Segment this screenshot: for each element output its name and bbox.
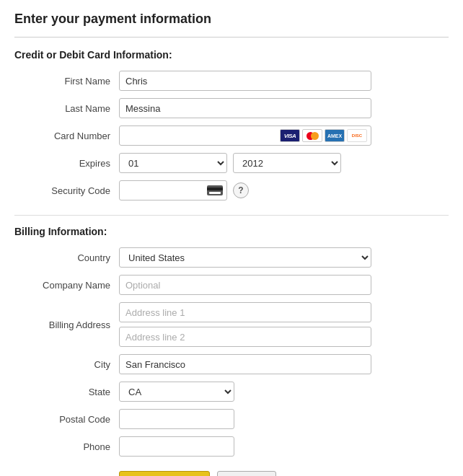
card-icons: VISA AMEX DISC [280,129,367,142]
mastercard-icon [302,129,322,142]
state-select[interactable]: ALAKAZAR CACOCTDE FLGAHIID ILINIAKS KYLA… [119,382,234,402]
first-name-input[interactable] [119,71,371,91]
security-card-icon [207,185,223,195]
card-number-label: Card Number [14,131,119,141]
billing-address-label: Billing Address [14,319,119,330]
billing-divider [14,215,449,216]
last-name-row: Last Name [14,98,449,118]
state-row: State ALAKAZAR CACOCTDE FLGAHIID ILINIAK… [14,382,449,402]
expires-year-select[interactable]: 2012 2013 2014 2015 2016 2017 2018 2019 … [233,153,341,173]
city-row: City [14,354,449,374]
city-input[interactable] [119,354,371,374]
postal-code-label: Postal Code [14,414,119,425]
address-line1-input[interactable] [119,302,371,322]
address-block [119,302,371,347]
state-label: State [14,387,119,397]
card-input-wrapper: VISA AMEX DISC [119,125,371,146]
country-select[interactable]: United States Canada United Kingdom Aust… [119,247,371,268]
expires-month-select[interactable]: 01 02 03 04 05 06 07 08 09 10 11 12 [119,153,227,173]
expires-selects: 01 02 03 04 05 06 07 08 09 10 11 12 2012… [119,153,341,173]
action-buttons: Review order Cancel [14,471,449,476]
billing-section-title: Billing Information: [14,226,449,237]
cancel-button[interactable]: Cancel [217,471,276,476]
city-label: City [14,359,119,370]
security-input-wrapper [119,180,227,200]
review-order-button[interactable]: Review order [119,471,210,476]
security-code-row: Security Code ? [14,180,449,200]
card-number-row: Card Number VISA AMEX DISC [14,125,449,146]
title-divider [14,37,449,38]
security-code-label: Security Code [14,185,119,196]
country-row: Country United States Canada United King… [14,247,449,268]
page-container: Enter your payment information Credit or… [0,0,463,476]
expires-label: Expires [14,158,119,169]
country-label: Country [14,252,119,263]
first-name-row: First Name [14,71,449,91]
visa-icon: VISA [280,129,300,142]
company-name-label: Company Name [14,280,119,291]
first-name-label: First Name [14,76,119,87]
company-name-row: Company Name [14,275,449,295]
discover-icon: DISC [347,129,367,142]
amex-icon: AMEX [325,129,345,142]
expires-row: Expires 01 02 03 04 05 06 07 08 09 10 11… [14,153,449,173]
card-section-title: Credit or Debit Card Information: [14,49,449,61]
postal-code-row: Postal Code [14,409,449,429]
security-help-button[interactable]: ? [233,182,249,198]
phone-label: Phone [14,441,119,452]
company-name-input[interactable] [119,275,371,295]
postal-code-input[interactable] [119,409,234,429]
last-name-label: Last Name [14,103,119,114]
phone-row: Phone [14,436,449,457]
security-wrapper: ? [119,180,249,200]
billing-address-row: Billing Address [14,302,449,347]
card-section: Credit or Debit Card Information: First … [14,49,449,200]
page-title: Enter your payment information [14,12,449,27]
address-line2-input[interactable] [119,327,371,347]
phone-input[interactable] [119,436,234,457]
billing-section: Billing Information: Country United Stat… [14,226,449,457]
last-name-input[interactable] [119,98,371,118]
